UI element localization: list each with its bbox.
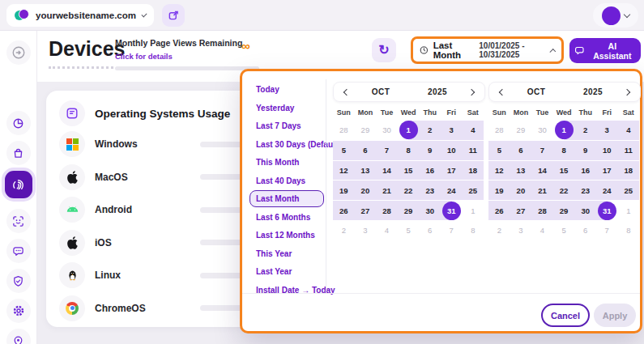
day-cell[interactable]: 6: [510, 141, 532, 160]
day-cell[interactable]: 2: [333, 221, 355, 240]
preset-item[interactable]: Yesterday: [249, 100, 324, 117]
day-cell[interactable]: 14: [376, 161, 398, 180]
day-cell[interactable]: 29: [398, 201, 420, 220]
day-cell[interactable]: 5: [553, 221, 575, 240]
preset-item[interactable]: Last 7 Days: [249, 117, 324, 134]
day-cell[interactable]: 4: [463, 121, 484, 140]
day-cell[interactable]: 6: [419, 221, 441, 240]
sidebar-item-orders[interactable]: [6, 141, 31, 165]
day-cell[interactable]: 14: [531, 161, 553, 180]
preset-item[interactable]: Today: [249, 81, 324, 98]
day-cell[interactable]: 6: [574, 221, 596, 240]
refresh-button[interactable]: ↻: [372, 38, 396, 62]
preset-item[interactable]: Last Year: [249, 263, 324, 280]
day-cell[interactable]: 1: [398, 121, 420, 140]
day-cell[interactable]: 21: [531, 180, 553, 200]
day-cell[interactable]: 7: [376, 141, 398, 160]
day-cell[interactable]: 29: [355, 121, 377, 140]
preset-item[interactable]: This Year: [249, 245, 324, 262]
day-cell[interactable]: 18: [463, 161, 484, 180]
day-cell[interactable]: 8: [463, 221, 484, 240]
preset-item[interactable]: Last 12 Months: [249, 227, 324, 244]
day-cell[interactable]: 26: [333, 201, 355, 220]
day-cell[interactable]: 28: [488, 121, 510, 140]
day-cell[interactable]: 7: [531, 141, 553, 160]
day-cell[interactable]: 1: [463, 201, 484, 220]
day-cell[interactable]: 1: [618, 201, 640, 220]
site-selector[interactable]: yourwebsitename.com: [6, 4, 154, 27]
day-cell[interactable]: 11: [463, 141, 484, 160]
pageviews-details-link[interactable]: Click for details: [115, 52, 173, 61]
day-cell[interactable]: 20: [510, 180, 532, 200]
day-cell[interactable]: 10: [441, 141, 463, 160]
day-cell[interactable]: 3: [510, 221, 532, 240]
next-month-button[interactable]: [466, 87, 477, 98]
preset-item[interactable]: This Month: [249, 154, 324, 171]
prev-month-button[interactable]: [497, 87, 508, 98]
day-cell[interactable]: 8: [618, 221, 640, 240]
sidebar-item-analytics[interactable]: [6, 111, 31, 135]
day-cell[interactable]: 22: [553, 180, 575, 200]
day-cell[interactable]: 7: [596, 221, 618, 240]
sidebar-item-settings[interactable]: [6, 299, 31, 323]
day-cell[interactable]: 7: [441, 221, 463, 240]
day-cell[interactable]: 3: [441, 121, 463, 140]
date-range-trigger[interactable]: Last Month 10/01/2025 - 10/31/2025: [411, 36, 564, 64]
day-cell[interactable]: 2: [574, 121, 596, 140]
day-cell[interactable]: 30: [531, 121, 553, 140]
day-cell[interactable]: 24: [441, 180, 463, 200]
day-cell[interactable]: 10: [596, 141, 618, 160]
day-cell[interactable]: 28: [376, 201, 398, 220]
day-cell[interactable]: 8: [398, 141, 420, 160]
preset-item[interactable]: Last 6 Months: [249, 209, 324, 226]
day-cell[interactable]: 16: [419, 161, 441, 180]
day-cell[interactable]: 13: [510, 161, 532, 180]
preset-item[interactable]: Install Date → Today: [249, 282, 324, 299]
day-cell[interactable]: 11: [618, 141, 640, 160]
next-month-button[interactable]: [621, 87, 633, 98]
day-cell[interactable]: 31: [441, 201, 463, 220]
day-cell[interactable]: 12: [333, 161, 355, 180]
day-cell[interactable]: 4: [618, 121, 640, 140]
day-cell[interactable]: 28: [531, 201, 553, 220]
prev-month-button[interactable]: [341, 87, 352, 98]
preset-item[interactable]: Last 40 Days: [249, 172, 324, 189]
day-cell[interactable]: 15: [553, 161, 575, 180]
day-cell[interactable]: 31: [596, 201, 618, 220]
day-cell[interactable]: 13: [355, 161, 377, 180]
day-cell[interactable]: 2: [419, 121, 441, 140]
day-cell[interactable]: 23: [419, 180, 441, 200]
account-menu[interactable]: [593, 3, 638, 28]
day-cell[interactable]: 3: [355, 221, 377, 240]
day-cell[interactable]: 29: [510, 121, 532, 140]
day-cell[interactable]: 6: [355, 141, 377, 160]
day-cell[interactable]: 30: [574, 201, 596, 220]
preset-item[interactable]: Last Month: [249, 190, 324, 207]
day-cell[interactable]: 5: [333, 141, 355, 160]
day-cell[interactable]: 16: [574, 161, 596, 180]
day-cell[interactable]: 23: [574, 180, 596, 200]
sidebar-item-messages[interactable]: [6, 239, 31, 263]
day-cell[interactable]: 3: [596, 121, 618, 140]
day-cell[interactable]: 30: [419, 201, 441, 220]
day-cell[interactable]: 27: [510, 201, 532, 220]
cancel-button[interactable]: Cancel: [541, 304, 590, 327]
day-cell[interactable]: 4: [376, 221, 398, 240]
day-cell[interactable]: 20: [355, 180, 377, 200]
sidebar-collapse-button[interactable]: [6, 40, 31, 65]
sidebar-item-devices-active[interactable]: [5, 171, 32, 198]
day-cell[interactable]: 1: [553, 121, 575, 140]
day-cell[interactable]: 24: [596, 180, 618, 200]
day-cell[interactable]: 4: [531, 221, 553, 240]
day-cell[interactable]: 27: [355, 201, 377, 220]
apply-button[interactable]: Apply: [594, 304, 636, 327]
day-cell[interactable]: 25: [463, 180, 484, 200]
day-cell[interactable]: 5: [488, 141, 510, 160]
day-cell[interactable]: 15: [398, 161, 420, 180]
day-cell[interactable]: 28: [333, 121, 355, 140]
day-cell[interactable]: 17: [596, 161, 618, 180]
day-cell[interactable]: 2: [488, 221, 510, 240]
day-cell[interactable]: 17: [441, 161, 463, 180]
day-cell[interactable]: 19: [488, 180, 510, 200]
day-cell[interactable]: 9: [574, 141, 596, 160]
